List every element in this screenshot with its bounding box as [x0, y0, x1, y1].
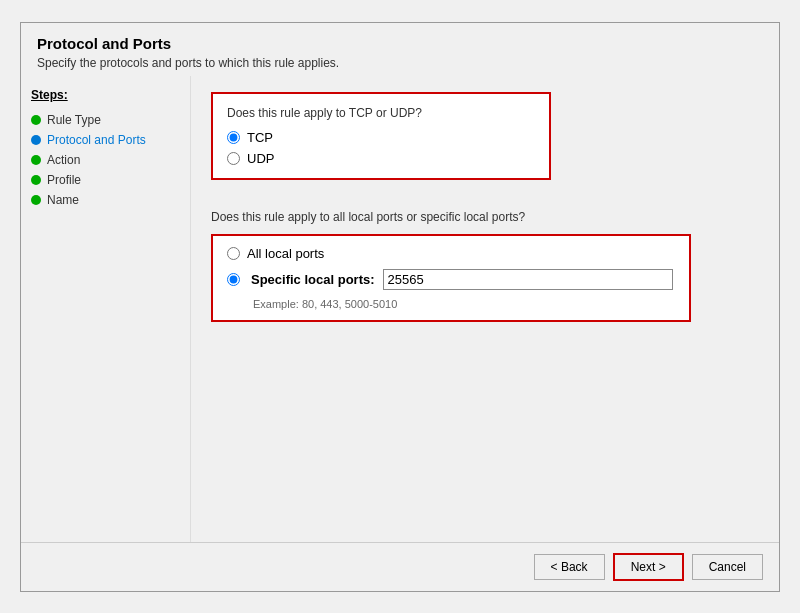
step-dot-protocol-ports — [31, 135, 41, 145]
tcp-label: TCP — [247, 130, 273, 145]
udp-radio[interactable] — [227, 152, 240, 165]
sidebar-item-action[interactable]: Action — [31, 150, 180, 170]
specific-local-ports-label[interactable]: Specific local ports: — [227, 272, 375, 287]
tcp-radio[interactable] — [227, 131, 240, 144]
specific-ports-row: Specific local ports: — [227, 269, 675, 290]
sidebar-item-protocol-ports[interactable]: Protocol and Ports — [31, 130, 180, 150]
all-ports-row: All local ports — [227, 246, 675, 261]
cancel-button[interactable]: Cancel — [692, 554, 763, 580]
port-example: Example: 80, 443, 5000-5010 — [253, 298, 675, 310]
port-question: Does this rule apply to all local ports … — [211, 210, 759, 224]
protocol-section-box: Does this rule apply to TCP or UDP? TCP … — [211, 92, 551, 180]
steps-panel: Steps: Rule Type Protocol and Ports Acti… — [21, 76, 191, 542]
udp-label: UDP — [247, 151, 274, 166]
back-button[interactable]: < Back — [534, 554, 605, 580]
dialog-subtitle: Specify the protocols and ports to which… — [37, 56, 763, 70]
specific-local-ports-radio[interactable] — [227, 273, 240, 286]
next-button[interactable]: Next > — [613, 553, 684, 581]
main-dialog: Protocol and Ports Specify the protocols… — [20, 22, 780, 592]
protocol-question: Does this rule apply to TCP or UDP? — [227, 106, 535, 120]
step-dot-profile — [31, 175, 41, 185]
step-dot-name — [31, 195, 41, 205]
tcp-radio-label[interactable]: TCP — [227, 130, 535, 145]
step-label-name: Name — [47, 193, 79, 207]
step-label-profile: Profile — [47, 173, 81, 187]
content-panel: Does this rule apply to TCP or UDP? TCP … — [191, 76, 779, 542]
step-label-protocol-ports: Protocol and Ports — [47, 133, 146, 147]
ports-input[interactable] — [383, 269, 673, 290]
protocol-radio-group: TCP UDP — [227, 130, 535, 166]
sidebar-item-rule-type[interactable]: Rule Type — [31, 110, 180, 130]
step-dot-action — [31, 155, 41, 165]
udp-radio-label[interactable]: UDP — [227, 151, 535, 166]
port-section-box: All local ports Specific local ports: Ex… — [211, 234, 691, 322]
dialog-body: Steps: Rule Type Protocol and Ports Acti… — [21, 76, 779, 542]
step-label-action: Action — [47, 153, 80, 167]
steps-title: Steps: — [31, 88, 180, 102]
sidebar-item-name[interactable]: Name — [31, 190, 180, 210]
all-local-ports-text: All local ports — [247, 246, 324, 261]
port-section: Does this rule apply to all local ports … — [211, 210, 759, 322]
step-label-rule-type: Rule Type — [47, 113, 101, 127]
step-dot-rule-type — [31, 115, 41, 125]
dialog-title: Protocol and Ports — [37, 35, 763, 52]
all-local-ports-label[interactable]: All local ports — [227, 246, 324, 261]
dialog-header: Protocol and Ports Specify the protocols… — [21, 23, 779, 76]
all-local-ports-radio[interactable] — [227, 247, 240, 260]
specific-local-ports-text: Specific local ports: — [251, 272, 375, 287]
dialog-footer: < Back Next > Cancel — [21, 542, 779, 591]
sidebar-item-profile[interactable]: Profile — [31, 170, 180, 190]
